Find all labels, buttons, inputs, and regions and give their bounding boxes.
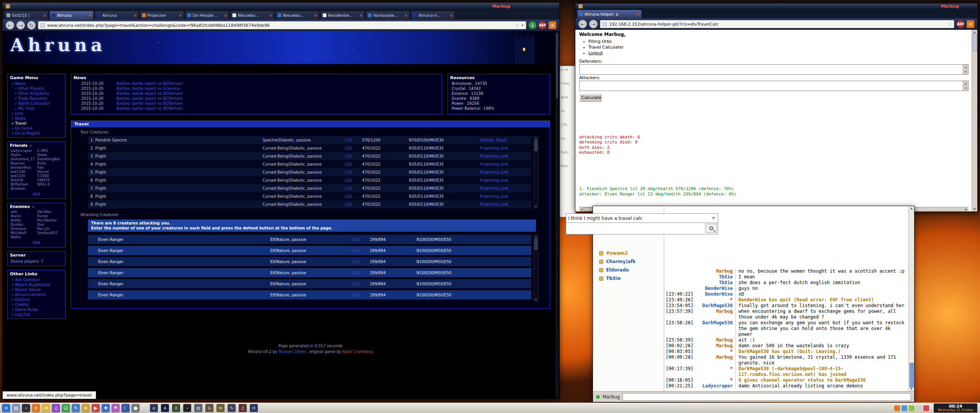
menu-link[interactable]: »Battle Calculator [8, 101, 65, 106]
creature-ability-link[interactable]: Frightning Link [480, 146, 531, 150]
friend-name-link[interactable]: WALL-E [37, 182, 62, 186]
browser-menu-icon[interactable]: ≡ [549, 21, 556, 29]
creature-ability-link[interactable]: Ghostly Touch [480, 138, 531, 142]
editor-icon[interactable]: ✎ [72, 404, 80, 412]
news-link[interactable]: Battles: battle report vs Grievous [116, 86, 180, 91]
night-icon[interactable]: ☾ [121, 404, 130, 412]
creature-ability-link[interactable]: Frightning Link [480, 202, 531, 206]
news-link[interactable]: Battles: battle report vs BOTerham [116, 106, 183, 111]
browser-tab[interactable]: Ahruna × [49, 11, 94, 20]
add-enemy-link[interactable]: Add [8, 241, 65, 245]
enemy-name-link[interactable]: Bumba [11, 223, 36, 226]
browser-tab[interactable]: Residentie... × [320, 11, 365, 20]
reload-button[interactable]: ↻ [27, 21, 36, 29]
tab-close-icon[interactable]: × [637, 12, 640, 16]
friend-name-link[interactable]: Dalek [37, 153, 62, 157]
creature-level-link[interactable]: L20 [345, 170, 362, 174]
friend-name-link[interactable]: Bayman [11, 161, 36, 165]
creature-ability-link[interactable]: Frightning Link [480, 186, 531, 190]
browser-tab[interactable]: Nieuwbo... × [275, 11, 320, 20]
adblock-icon[interactable]: ABP [957, 20, 964, 28]
forward-button[interactable]: → [589, 20, 598, 28]
other-link[interactable]: »Announcements [8, 292, 65, 297]
news-link[interactable]: Battles: battle report vs BOTerham [116, 101, 183, 106]
creature-level-link[interactable]: L20 [345, 154, 362, 158]
dropdown-arrow-icon[interactable]: ▼ [711, 216, 716, 220]
firefox-icon[interactable]: e [32, 404, 40, 412]
tab-close-icon[interactable]: × [134, 13, 137, 18]
menu-link[interactable]: »Other Kingdoms [8, 91, 65, 96]
collapse-icon[interactable]: « [32, 204, 34, 209]
friend-name-link[interactable]: Rao [37, 166, 62, 169]
other-link[interactable]: »Report Abuse [8, 287, 65, 292]
menu-link[interactable]: »Other Players [8, 86, 65, 91]
url-bar[interactable]: www.ahruna.net/index.php?page=travel&act… [38, 21, 526, 29]
friend-name-link[interactable]: bot1336 [11, 170, 36, 174]
mail-icon[interactable]: ✉ [42, 404, 50, 412]
channel-item[interactable]: TbXie [593, 274, 664, 283]
chat-input[interactable] [622, 393, 911, 401]
friend-name-link[interactable]: C-3PO [37, 149, 62, 153]
window-firefox[interactable]: e [150, 404, 158, 412]
tab-close-icon[interactable]: × [43, 13, 46, 18]
scrollbar[interactable]: ▲▼ [534, 235, 538, 301]
url-dropdown-icon[interactable]: ▼ [521, 24, 524, 27]
browser-tab[interactable]: Ahruna-h... × [411, 11, 455, 20]
bookmark-icon[interactable]: ★ [82, 404, 90, 412]
friend-name-link[interactable]: bot1339 [11, 174, 36, 178]
attacker-level-link[interactable]: L13 [353, 271, 370, 275]
tab-close-icon[interactable]: × [88, 13, 91, 18]
tab-close-icon[interactable]: × [405, 13, 408, 18]
creature-level-link[interactable]: L20 [345, 186, 362, 190]
attacker-level-link[interactable]: L13 [353, 237, 370, 242]
attacker-level-link[interactable]: L13 [353, 293, 370, 297]
other-link[interactable]: »Log Out [8, 312, 65, 317]
friend-name-link[interactable]: Alpha [11, 153, 36, 157]
window-gimp[interactable]: G [205, 404, 214, 412]
collapse-icon[interactable]: « [29, 143, 32, 148]
friend-name-link[interactable]: T-1000 [37, 174, 62, 178]
bookmark-star-icon[interactable]: ☆ [515, 23, 519, 28]
helper-menu-link[interactable]: Filling Orbs [588, 39, 969, 44]
message-nick[interactable]: Marbug [696, 309, 735, 314]
friend-name-link[interactable]: Bot418 [11, 178, 36, 182]
calculate-button[interactable]: Calculate [579, 94, 601, 102]
channel-item[interactable]: #zwam2 [593, 249, 664, 257]
message-nick[interactable]: BenderWise [696, 286, 735, 291]
terminal-icon[interactable]: › [22, 404, 30, 412]
other-link[interactable]: »Credits [8, 302, 65, 307]
attacker-level-link[interactable]: L13 [353, 260, 370, 264]
message-nick[interactable]: * [696, 297, 735, 303]
tab-close-icon[interactable]: × [314, 13, 317, 18]
menu-link[interactable]: »Travel [8, 121, 65, 126]
titlebar[interactable]: Marbug [575, 3, 977, 9]
enemy-name-link[interactable]: Watto [11, 235, 36, 239]
office-icon[interactable]: ✚ [101, 404, 110, 412]
message-nick[interactable]: * [696, 377, 735, 383]
tab-close-icon[interactable]: × [359, 13, 363, 18]
friend-name-link[interactable]: GamblingBot [37, 157, 62, 161]
message-nick[interactable]: * [696, 349, 735, 354]
enemy-name-link[interactable]: aldi [11, 210, 36, 214]
bookmark-star-icon[interactable]: ☆ [947, 21, 952, 27]
menu-link[interactable]: »Go home [8, 126, 65, 131]
enemy-name-link[interactable]: Obi-Wan [37, 210, 62, 214]
message-nick[interactable]: DarkMage530 [696, 320, 735, 326]
forward-button[interactable]: → [16, 21, 25, 29]
tab-close-icon[interactable]: × [450, 13, 453, 18]
other-link[interactable]: »Ask Question [8, 277, 65, 282]
friend-name-link[interactable]: VWXYZ [37, 178, 62, 182]
enemy-name-link[interactable]: MsLittleP [11, 231, 36, 235]
window-xchat[interactable]: X [172, 404, 180, 412]
file-manager-icon[interactable]: ▤ [12, 404, 20, 412]
message-nick[interactable]: Marbug [696, 354, 735, 360]
clock[interactable]: 00:24 Wednesday 21 October [934, 403, 977, 413]
vertical-scrollbar[interactable]: ▲▼ [972, 30, 977, 211]
friend-name-link[interactable]: BOTerham [11, 182, 36, 186]
enemy-name-link[interactable]: Baron [11, 214, 36, 218]
window-helper[interactable]: H [250, 404, 258, 412]
music-icon[interactable]: ♫ [52, 404, 60, 412]
enemy-name-link[interactable]: Panter [37, 214, 62, 218]
page-scrollbar[interactable] [555, 32, 559, 398]
titlebar[interactable]: Marbug [3, 3, 559, 10]
